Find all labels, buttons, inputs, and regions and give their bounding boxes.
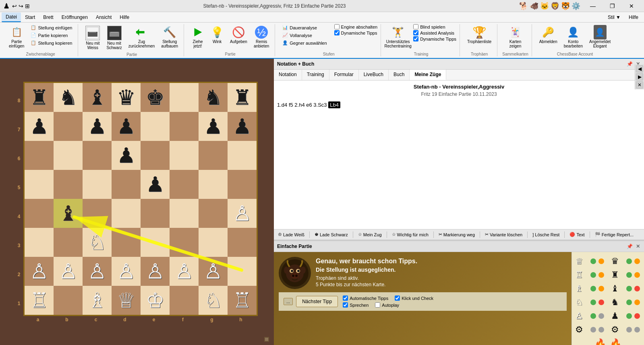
neu-weiss-button[interactable]: Neu mitWeiss [83,24,102,52]
tab-notation[interactable]: Notation [274,70,302,80]
dynamische-tipps2-checkbox[interactable] [413,36,418,41]
square-a7[interactable]: ♟ [25,112,54,141]
assisted-analysis-checkbox[interactable] [413,30,418,35]
autoplay-checkbox[interactable] [375,302,380,308]
mein-zug-button[interactable]: ☆ Mein Zug [356,231,383,238]
square-h2[interactable] [228,257,257,286]
square-e8[interactable]: ♚ [141,83,170,112]
square-g3[interactable] [199,228,228,257]
menu-brett[interactable]: Brett [39,13,57,22]
gegner-button[interactable]: 👤 Gegner auswählen [280,39,329,46]
square-e7[interactable] [141,112,170,141]
square-d7[interactable]: ♟ [112,112,141,141]
einfache-pin-button[interactable]: 📌 [626,243,634,250]
square-g2[interactable]: ♙ [199,257,228,286]
square-d5[interactable] [112,170,141,199]
automatische-tipps-checkbox[interactable] [343,295,348,301]
notation-scroll-up-button[interactable]: ◀ [636,65,643,72]
square-a8[interactable]: ♜ [25,83,54,112]
square-g6[interactable] [199,141,228,170]
tab-livebuch[interactable]: LiveBuch [359,70,389,80]
next-tip-button[interactable]: Nächster Tipp [296,296,338,307]
square-f4[interactable] [170,199,199,228]
aufgeben-button[interactable]: 🚫 Aufgeben [228,24,250,45]
wink-button[interactable]: 💡 Wink [208,24,226,45]
square-b8[interactable]: ♞ [54,83,83,112]
dynamische-tipps-checkbox[interactable] [334,30,340,35]
close-button[interactable]: ✕ [622,0,641,12]
menu-hilfe[interactable]: Hilfe [116,13,133,22]
trophaeenliste-button[interactable]: 🏆 Trophäenliste [465,24,494,45]
einfache-close-button[interactable]: ✕ [635,243,641,250]
square-f5[interactable] [170,170,199,199]
lade-weiss-button[interactable]: ♔ Lade Weiß [276,231,306,238]
menu-datei[interactable]: Datei [2,12,21,22]
stellung-kopieren-button[interactable]: 📋Stellung kopieren [28,39,75,46]
variante-loeschen-button[interactable]: ✂ Variante löschen [483,231,524,238]
square-b2[interactable]: ♙ [54,257,83,286]
square-a4[interactable] [25,199,54,228]
square-f1[interactable] [170,286,199,315]
menu-ansicht[interactable]: Ansicht [92,13,116,22]
rechentraining-button[interactable]: 🏋 UnterstütztesRechentraining [386,24,410,50]
window-controls[interactable]: — ❐ ✕ [584,0,641,12]
notation-scroll-right-button[interactable]: ▶ [636,73,643,81]
tab-buch[interactable]: Buch [389,70,410,80]
minimize-button[interactable]: — [584,0,602,12]
menu-stil[interactable]: Stil ▼ [604,13,625,22]
square-d2[interactable]: ♙ [112,257,141,286]
neu-schwarz-button[interactable]: Neu mitSchwarz [104,24,124,52]
klick-check-checkbox[interactable] [395,295,400,301]
sprechen-checkbox[interactable] [343,302,348,308]
square-c6[interactable] [83,141,112,170]
engine-abschalten-checkbox[interactable] [334,24,340,29]
remis-button[interactable]: ½ Remisanbieten [251,24,271,50]
restore-button[interactable]: ❐ [603,0,621,12]
square-d6[interactable]: ♟ [112,141,141,170]
square-h8[interactable]: ♜ [228,83,257,112]
square-g8[interactable]: ♞ [199,83,228,112]
square-d3[interactable] [112,228,141,257]
square-c4[interactable] [83,199,112,228]
text-button[interactable]: 🔴 Text [568,231,586,238]
abmelden-button[interactable]: 🔑 Abmelden [537,24,560,45]
square-h1[interactable]: ♖ [228,286,257,315]
square-d1[interactable]: ♕ [112,286,141,315]
menu-hilfe2[interactable]: Hilfe [625,13,642,22]
zug-zurueck-button[interactable]: Zugzurücknehmen [126,24,157,50]
konto-button[interactable]: 👤 Kontobearbeiten [561,24,585,50]
karten-zeigen-button[interactable]: 🃏 Kartenzeigen [506,24,524,50]
tab-meine-zuege[interactable]: Meine Züge [410,70,446,80]
square-h6[interactable] [228,141,257,170]
square-h4[interactable]: ♙ [228,199,257,228]
square-c7[interactable]: ♟ [83,112,112,141]
partie-kopieren-button[interactable]: 📄Partie kopieren [28,32,75,39]
vollanalyse-button[interactable]: 📈 Vollanalyse [280,32,329,39]
square-f7[interactable] [170,112,199,141]
square-c8[interactable]: ♝ [83,83,112,112]
square-c5[interactable] [83,170,112,199]
square-b6[interactable] [54,141,83,170]
square-e1[interactable]: ♔ [141,286,170,315]
square-g4[interactable] [199,199,228,228]
partie-einfuegen-button[interactable]: 📋 Partieeinfügen [6,24,27,50]
daueranalyse-button[interactable]: 📊 Daueranalyse [280,24,329,31]
stellung-aufbauen-button[interactable]: 🔨 Stellungaufbauen [159,24,180,50]
square-b3[interactable] [54,228,83,257]
square-g7[interactable]: ♟ [199,112,228,141]
square-d8[interactable]: ♛ [112,83,141,112]
square-c1[interactable]: ♗ [83,286,112,315]
notation-pin-button[interactable]: 📌 [626,60,634,68]
square-g1[interactable]: ♘ [199,286,228,315]
square-a2[interactable]: ♙ [25,257,54,286]
square-e4[interactable] [141,199,170,228]
square-h7[interactable]: ♟ [228,112,257,141]
menu-start[interactable]: Start [21,13,39,22]
dots-button[interactable]: ... [284,298,293,305]
lade-schwarz-button[interactable]: ♚ Lade Schwarz [313,231,350,238]
square-b1[interactable] [54,286,83,315]
markierung-weg-button[interactable]: ✂ Markierung weg [437,231,476,238]
square-a6[interactable] [25,141,54,170]
square-e3[interactable] [141,228,170,257]
square-c2[interactable]: ♙ [83,257,112,286]
